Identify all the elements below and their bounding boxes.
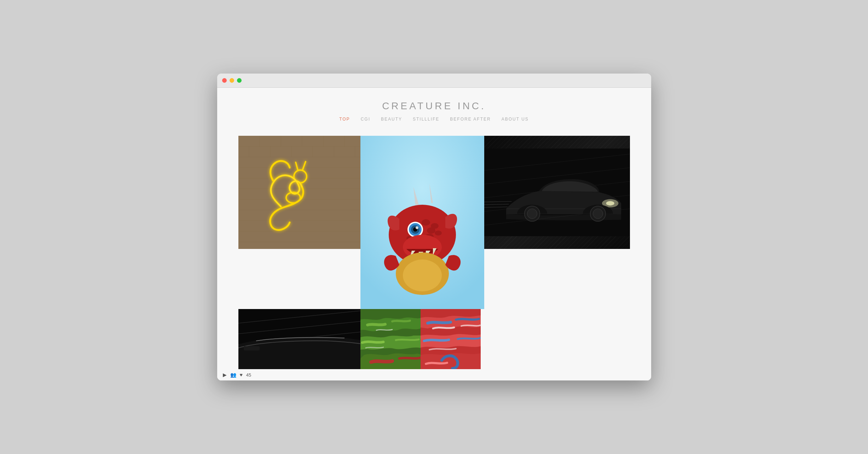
traffic-light-minimize[interactable]: [230, 78, 234, 83]
gallery-cell-neon[interactable]: [238, 136, 360, 249]
site-title: CREATURE INC.: [224, 100, 644, 112]
nav-item-aboutus[interactable]: ABOUT US: [502, 117, 529, 122]
like-count: 45: [246, 372, 251, 378]
statusbar: ▶ 👥 ♥ 45: [217, 369, 651, 380]
gallery-cell-car-top[interactable]: [484, 136, 630, 249]
people-icon: 👥: [230, 372, 236, 378]
gallery-cell-dragon[interactable]: [360, 136, 484, 309]
svg-point-27: [422, 219, 430, 226]
play-icon[interactable]: ▶: [223, 372, 227, 378]
svg-point-61: [527, 209, 537, 219]
svg-point-30: [427, 227, 435, 234]
traffic-light-close[interactable]: [222, 78, 227, 83]
site-nav: TOP CGI BEAUTY STILLLIFE BEFORE AFTER AB…: [224, 117, 644, 122]
site-header: CREATURE INC. TOP CGI BEAUTY STILLLIFE B…: [217, 88, 651, 129]
gallery-cell-paint-red[interactable]: [421, 309, 481, 369]
nav-item-top[interactable]: TOP: [339, 117, 350, 122]
gallery-grid: [238, 136, 630, 369]
traffic-light-fullscreen[interactable]: [237, 78, 242, 83]
browser-content: CREATURE INC. TOP CGI BEAUTY STILLLIFE B…: [217, 88, 651, 380]
nav-item-beforeafter[interactable]: BEFORE AFTER: [450, 117, 491, 122]
browser-titlebar: [217, 74, 651, 88]
svg-point-39: [416, 226, 418, 229]
nav-item-beauty[interactable]: BEAUTY: [381, 117, 402, 122]
svg-rect-70: [244, 346, 260, 350]
nav-item-stilllife[interactable]: STILLLIFE: [413, 117, 439, 122]
svg-point-63: [593, 209, 603, 219]
gallery-cell-car-bottom[interactable]: [238, 309, 360, 369]
svg-rect-0: [238, 136, 360, 249]
svg-point-48: [403, 260, 442, 291]
svg-point-56: [606, 201, 614, 205]
heart-icon: ♥: [240, 372, 243, 378]
gallery-cell-paint-green[interactable]: [360, 309, 421, 369]
gallery-top-row: [238, 136, 630, 309]
gallery-bottom-row: [238, 309, 630, 369]
traffic-lights: [222, 78, 242, 83]
nav-item-cgi[interactable]: CGI: [361, 117, 370, 122]
svg-point-33: [435, 231, 442, 235]
browser-window: CREATURE INC. TOP CGI BEAUTY STILLLIFE B…: [217, 74, 651, 380]
